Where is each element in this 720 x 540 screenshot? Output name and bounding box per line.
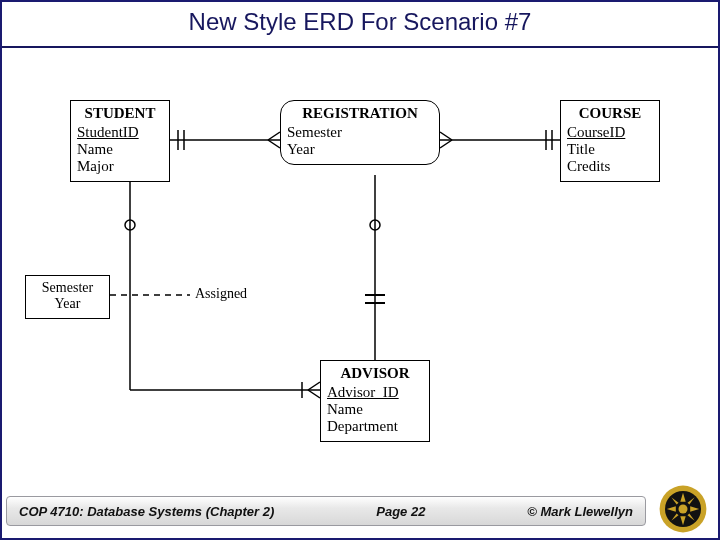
svg-point-23 bbox=[679, 505, 688, 514]
entity-registration-attr1: Year bbox=[287, 141, 433, 158]
entity-semesteryear: Semester Year bbox=[25, 275, 110, 319]
footer-bar: COP 4710: Database Systems (Chapter 2) P… bbox=[6, 496, 646, 526]
entity-advisor-attr1: Department bbox=[327, 418, 423, 435]
svg-line-1 bbox=[268, 132, 280, 140]
semesteryear-line1: Year bbox=[32, 296, 103, 312]
entity-advisor-pk: Advisor_ID bbox=[327, 384, 423, 401]
relationship-assigned-label: Assigned bbox=[195, 286, 247, 302]
entity-student-pk: StudentID bbox=[77, 124, 163, 141]
entity-student-attr0: Name bbox=[77, 141, 163, 158]
entity-student-attr1: Major bbox=[77, 158, 163, 175]
entity-registration-name: REGISTRATION bbox=[287, 105, 433, 122]
title-divider bbox=[2, 46, 718, 48]
svg-line-7 bbox=[440, 140, 452, 148]
svg-line-2 bbox=[268, 140, 280, 148]
svg-line-14 bbox=[308, 390, 320, 398]
entity-course-name: COURSE bbox=[567, 105, 653, 122]
entity-student: STUDENT StudentID Name Major bbox=[70, 100, 170, 182]
page-title: New Style ERD For Scenario #7 bbox=[0, 8, 720, 36]
entity-course-pk: CourseID bbox=[567, 124, 653, 141]
ucf-logo-icon bbox=[656, 482, 710, 536]
svg-line-6 bbox=[440, 132, 452, 140]
entity-advisor-attr0: Name bbox=[327, 401, 423, 418]
entity-advisor-name: ADVISOR bbox=[327, 365, 423, 382]
entity-student-name: STUDENT bbox=[77, 105, 163, 122]
footer-copyright: © Mark Llewellyn bbox=[527, 504, 633, 519]
semesteryear-line0: Semester bbox=[32, 280, 103, 296]
erd-canvas: STUDENT StudentID Name Major REGISTRATIO… bbox=[10, 60, 710, 480]
entity-course: COURSE CourseID Title Credits bbox=[560, 100, 660, 182]
entity-course-attr0: Title bbox=[567, 141, 653, 158]
footer-page: Page 22 bbox=[376, 504, 425, 519]
entity-advisor: ADVISOR Advisor_ID Name Department bbox=[320, 360, 430, 442]
svg-line-13 bbox=[308, 382, 320, 390]
entity-course-attr1: Credits bbox=[567, 158, 653, 175]
entity-registration-attr0: Semester bbox=[287, 124, 433, 141]
footer-course: COP 4710: Database Systems (Chapter 2) bbox=[19, 504, 274, 519]
entity-registration: REGISTRATION Semester Year bbox=[280, 100, 440, 165]
